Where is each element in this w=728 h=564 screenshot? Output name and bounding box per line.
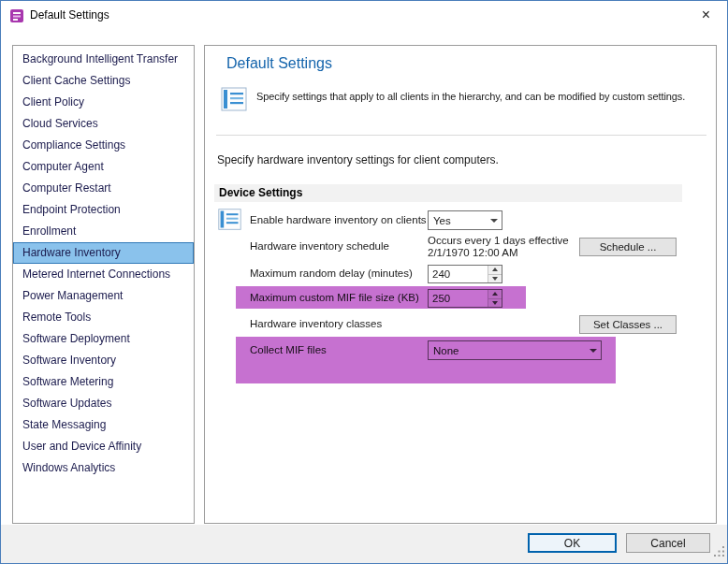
setting-label-maximum-random-delay: Maximum random delay (minutes) bbox=[250, 267, 413, 280]
sidebar-item-user-and-device-affinity[interactable]: User and Device Affinity bbox=[13, 436, 194, 457]
up-arrow-icon[interactable] bbox=[488, 266, 502, 275]
default-settings-dialog: Default Settings × Background Intelligen… bbox=[0, 0, 728, 564]
maximum-random-delay-spinner[interactable]: 240 bbox=[428, 265, 502, 283]
sidebar-item-cloud-services[interactable]: Cloud Services bbox=[13, 113, 194, 135]
setting-label-hardware-inventory-classes: Hardware inventory classes bbox=[250, 317, 382, 330]
sidebar-item-background-intelligent-transfer[interactable]: Background Intelligent Transfer bbox=[13, 49, 194, 70]
hierarchy-description: Specify settings that apply to all clien… bbox=[256, 91, 713, 102]
setting-label-collect-mif-files: Collect MIF files bbox=[250, 343, 327, 356]
dialog-footer: OK Cancel bbox=[1, 525, 727, 563]
app-icon bbox=[9, 8, 24, 23]
sidebar-item-computer-agent[interactable]: Computer Agent bbox=[13, 156, 194, 178]
schedule-button[interactable]: Schedule ... bbox=[579, 238, 677, 256]
down-arrow-icon[interactable] bbox=[488, 275, 502, 283]
sidebar-item-software-updates[interactable]: Software Updates bbox=[13, 393, 194, 414]
sidebar-item-power-management[interactable]: Power Management bbox=[13, 285, 194, 307]
sidebar-item-compliance-settings[interactable]: Compliance Settings bbox=[13, 135, 194, 156]
sidebar-item-software-inventory[interactable]: Software Inventory bbox=[13, 350, 194, 371]
set-classes-button[interactable]: Set Classes ... bbox=[579, 315, 677, 334]
titlebar: Default Settings × bbox=[1, 1, 727, 30]
settings-category-list: Background Intelligent TransferClient Ca… bbox=[12, 45, 195, 524]
main-panel: Default Settings Specify settings that a… bbox=[204, 45, 717, 524]
collect-mif-files-dropdown[interactable]: None bbox=[428, 340, 602, 360]
sidebar-item-client-cache-settings[interactable]: Client Cache Settings bbox=[13, 70, 194, 92]
maximum-custom-mif-file-size-spinner[interactable]: 250 bbox=[428, 289, 502, 308]
sidebar-item-computer-restart[interactable]: Computer Restart bbox=[13, 178, 194, 199]
up-arrow-icon[interactable] bbox=[488, 290, 502, 299]
sidebar-item-client-policy[interactable]: Client Policy bbox=[13, 92, 194, 113]
divider bbox=[216, 135, 706, 136]
window-title: Default Settings bbox=[30, 8, 109, 22]
chevron-down-icon bbox=[585, 341, 601, 359]
spinner-buttons bbox=[488, 290, 502, 307]
sidebar-item-windows-analytics[interactable]: Windows Analytics bbox=[13, 457, 194, 479]
dropdown-selected-value: Yes bbox=[429, 215, 486, 226]
schedule-summary-line2: 2/1/1970 12:00 AM bbox=[428, 247, 518, 258]
device-settings-group-header: Device Settings bbox=[214, 184, 682, 202]
sidebar-item-endpoint-protection[interactable]: Endpoint Protection bbox=[13, 199, 194, 221]
setting-label-enable-hardware-inventory: Enable hardware inventory on clients bbox=[250, 213, 427, 226]
setting-label-hardware-inventory-schedule: Hardware inventory schedule bbox=[250, 239, 389, 253]
sidebar-item-enrollment[interactable]: Enrollment bbox=[13, 221, 194, 242]
dropdown-selected-value: None bbox=[429, 345, 585, 356]
page-title: Default Settings bbox=[226, 55, 332, 72]
ok-button[interactable]: OK bbox=[528, 533, 617, 553]
sidebar-item-hardware-inventory[interactable]: Hardware Inventory bbox=[13, 242, 194, 264]
resize-grip[interactable] bbox=[713, 544, 725, 561]
schedule-summary-line1: Occurs every 1 days effective bbox=[428, 235, 569, 246]
enable-hardware-inventory-dropdown[interactable]: Yes bbox=[428, 210, 502, 230]
schedule-summary-text: Occurs every 1 days effective 2/1/1970 1… bbox=[428, 235, 569, 258]
sidebar-item-software-metering[interactable]: Software Metering bbox=[13, 371, 194, 393]
sidebar-item-software-deployment[interactable]: Software Deployment bbox=[13, 328, 194, 350]
spinner-value: 250 bbox=[429, 290, 488, 307]
section-intro-text: Specify hardware inventory settings for … bbox=[217, 153, 499, 166]
spinner-value: 240 bbox=[429, 266, 488, 282]
settings-doc-icon bbox=[220, 85, 248, 113]
close-icon[interactable]: × bbox=[685, 1, 727, 29]
sidebar-item-metered-internet-connections[interactable]: Metered Internet Connections bbox=[13, 264, 194, 285]
cancel-button[interactable]: Cancel bbox=[626, 533, 710, 553]
setting-label-maximum-custom-mif-file-size: Maximum custom MIF file size (KB) bbox=[250, 291, 419, 304]
sidebar-item-remote-tools[interactable]: Remote Tools bbox=[13, 307, 194, 328]
device-settings-icon bbox=[217, 207, 242, 232]
spinner-buttons bbox=[488, 266, 502, 282]
sidebar-item-state-messaging[interactable]: State Messaging bbox=[13, 414, 194, 436]
down-arrow-icon[interactable] bbox=[488, 299, 502, 308]
chevron-down-icon bbox=[486, 211, 502, 229]
